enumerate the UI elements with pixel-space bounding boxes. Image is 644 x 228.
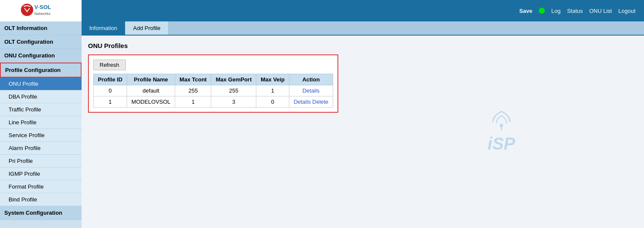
tab-add-profile[interactable]: Add Profile (125, 21, 169, 35)
cell-1: default (127, 85, 175, 96)
col-max-gemport: Max GemPort (211, 74, 256, 85)
cell-2: 1 (175, 96, 211, 108)
status-button[interactable]: Status (567, 8, 583, 14)
header-actions: Save Log Status ONU List Logout (519, 8, 635, 14)
sidebar-item-traffic-profile[interactable]: Traffic Profile (0, 103, 82, 116)
tab-information[interactable]: Information (82, 21, 125, 35)
status-indicator (539, 8, 545, 14)
details-link[interactable]: Details (294, 99, 311, 105)
logo: V·SOL Networks (0, 0, 82, 21)
onu-list-button[interactable]: ONU List (589, 8, 612, 14)
profiles-table-container: Refresh Profile ID Profile Name Max Tcon… (88, 54, 338, 113)
col-profile-id: Profile ID (94, 74, 127, 85)
details-link[interactable]: Details (302, 87, 319, 94)
col-profile-name: Profile Name (127, 74, 175, 85)
isp-text: iSP (488, 134, 515, 153)
sidebar-item-pri-profile[interactable]: Pri Profile (0, 155, 82, 168)
sidebar-item-service-profile[interactable]: Service Profile (0, 129, 82, 142)
table-header-row: Profile ID Profile Name Max Tcont Max Ge… (94, 74, 333, 85)
sidebar-item-olt-configuration[interactable]: OLT Configuration (0, 35, 82, 49)
cell-2: 255 (175, 85, 211, 96)
svg-text:Networks: Networks (34, 12, 51, 16)
cell-action: Details Delete (289, 96, 333, 108)
refresh-button[interactable]: Refresh (93, 60, 126, 70)
isp-icon (488, 107, 515, 134)
cell-4: 0 (256, 96, 289, 108)
watermark: iSP (488, 107, 515, 153)
table-row: 0default2552551Details (94, 85, 333, 96)
col-action: Action (289, 74, 333, 85)
col-max-veip: Max Veip (256, 74, 289, 85)
sidebar-item-line-profile[interactable]: Line Profile (0, 116, 82, 129)
svg-text:V·SOL: V·SOL (34, 4, 51, 10)
svg-point-3 (500, 124, 503, 127)
content-area: ONU Profiles Refresh Profile ID Profile … (82, 36, 644, 119)
main-content: Information Add Profile ONU Profiles Ref… (82, 21, 644, 228)
delete-link[interactable]: Delete (312, 99, 328, 105)
logout-button[interactable]: Logout (618, 8, 635, 14)
cell-0: 0 (94, 85, 127, 96)
sidebar-item-system-configuration[interactable]: System Configuration (0, 206, 82, 220)
col-max-tcont: Max Tcont (175, 74, 211, 85)
layout: OLT Information OLT Configuration ONU Co… (0, 21, 644, 228)
sidebar-item-olt-information[interactable]: OLT Information (0, 21, 82, 35)
cell-3: 255 (211, 85, 256, 96)
cell-3: 3 (211, 96, 256, 108)
sidebar-item-igmp-profile[interactable]: IGMP Profile (0, 168, 82, 180)
profiles-table: Profile ID Profile Name Max Tcont Max Ge… (93, 74, 333, 108)
table-row: 1MODELOVSOL130Details Delete (94, 96, 333, 108)
log-button[interactable]: Log (551, 8, 561, 14)
sidebar-item-onu-configuration[interactable]: ONU Configuration (0, 49, 82, 63)
sidebar: OLT Information OLT Configuration ONU Co… (0, 21, 82, 228)
save-button[interactable]: Save (519, 8, 532, 14)
cell-4: 1 (256, 85, 289, 96)
sidebar-item-profile-configuration[interactable]: Profile Configuration (0, 63, 82, 78)
cell-action: Details (289, 85, 333, 96)
sidebar-item-bind-profile[interactable]: Bind Profile (0, 193, 82, 206)
sidebar-item-onu-profile[interactable]: ONU Profile (0, 78, 82, 90)
sidebar-item-alarm-profile[interactable]: Alarm Profile (0, 142, 82, 155)
header: V·SOL Networks Save Log Status ONU List … (0, 0, 644, 21)
cell-1: MODELOVSOL (127, 96, 175, 108)
sidebar-item-format-profile[interactable]: Format Profile (0, 180, 82, 193)
sidebar-item-dba-profile[interactable]: DBA Profile (0, 90, 82, 103)
cell-0: 1 (94, 96, 127, 108)
tab-bar: Information Add Profile (82, 21, 644, 36)
section-title: ONU Profiles (88, 42, 638, 49)
